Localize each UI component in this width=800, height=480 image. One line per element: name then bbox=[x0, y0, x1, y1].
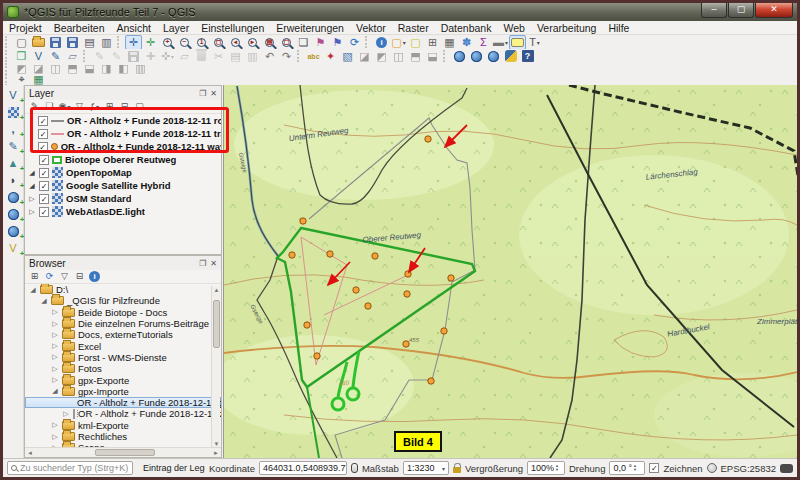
layer-item[interactable]: ▷✓OSM Standard bbox=[25, 192, 221, 205]
menu-hilfe[interactable]: Hilfe bbox=[602, 22, 635, 34]
magnifier-spinner[interactable]: ▲▼ bbox=[555, 464, 559, 472]
show-bookmarks[interactable]: ⚑ bbox=[329, 35, 346, 50]
tree-expander[interactable]: ▷ bbox=[51, 308, 59, 316]
map-canvas[interactable]: Unterm ReutwegOberer ReutwegLärchenschla… bbox=[223, 85, 797, 458]
title-bar[interactable]: *QGIS für Pilzfreunde Teil 7 - QGIS – ▢ … bbox=[3, 3, 797, 21]
tree-expander[interactable]: ◢ bbox=[51, 387, 59, 395]
magnifier-input[interactable]: 100% ▲▼ bbox=[527, 461, 565, 475]
browser-horizontal-scrollbar[interactable]: ◄ ► bbox=[25, 447, 221, 457]
menu-erweiterungen[interactable]: Erweiterungen bbox=[270, 22, 350, 34]
browser-item[interactable]: ◢_QGIS für Pilzfreunde bbox=[25, 295, 221, 306]
layer-properties[interactable]: i bbox=[87, 270, 102, 283]
select-features[interactable]: ▢▾ bbox=[390, 35, 407, 50]
new-bookmark[interactable]: ⚑ bbox=[312, 35, 329, 50]
processing-toolbox[interactable]: ✽ bbox=[458, 35, 475, 50]
coordinate-input[interactable]: 464031.0,5408939.7 bbox=[259, 461, 347, 475]
identify-features[interactable]: i bbox=[373, 35, 390, 50]
add-mesh-layer[interactable]: ▲ bbox=[5, 156, 22, 171]
layer-checkbox[interactable]: ✓ bbox=[39, 181, 49, 191]
zoom-full[interactable] bbox=[210, 35, 227, 50]
rotation-spinner[interactable]: ▲▼ bbox=[633, 464, 637, 472]
layer-checkbox[interactable]: ✓ bbox=[39, 155, 49, 165]
tree-expander[interactable]: ▷ bbox=[51, 331, 59, 339]
layer-expander[interactable]: ▷ bbox=[28, 195, 36, 203]
layer-item[interactable]: ◢✓Google Satellite Hybrid bbox=[25, 179, 221, 192]
tree-expander[interactable]: ◢ bbox=[29, 286, 37, 294]
delete-selected[interactable] bbox=[193, 49, 210, 64]
collapse-all[interactable]: ⊟ bbox=[117, 100, 132, 113]
lock-scale-icon[interactable] bbox=[453, 467, 461, 473]
rotation-input[interactable]: 0,0 ° ▲▼ bbox=[609, 461, 645, 475]
new-map-view[interactable]: ❏ bbox=[295, 35, 312, 50]
layer-item[interactable]: ✓OR - Altholz + Funde 2018-12-11 waypoin… bbox=[25, 140, 221, 153]
menu-datenbank[interactable]: Datenbank bbox=[435, 22, 498, 34]
scale-combobox[interactable]: 1:3230▾ bbox=[403, 461, 449, 475]
map-tips[interactable] bbox=[509, 35, 526, 50]
layer-checkbox[interactable]: ✓ bbox=[38, 129, 48, 139]
refresh-browser[interactable]: ⟳ bbox=[42, 270, 57, 283]
browser-item[interactable]: ▷Excel bbox=[25, 340, 221, 351]
add-vector-layer[interactable]: V bbox=[5, 88, 22, 103]
zoom-last[interactable] bbox=[227, 35, 244, 50]
crs-status[interactable]: EPSG:25832 bbox=[721, 463, 776, 474]
layer-item[interactable]: ✓OR - Altholz + Funde 2018-12-11 routes bbox=[25, 114, 221, 127]
float-panel-icon[interactable]: ❐ bbox=[199, 259, 206, 268]
refresh-map[interactable]: ⟳ bbox=[346, 35, 363, 50]
add-delimited-text-layer[interactable]: , bbox=[5, 122, 22, 137]
add-virtual-layer[interactable]: V bbox=[5, 241, 22, 256]
zoom-to-layer[interactable] bbox=[261, 35, 278, 50]
browser-item[interactable]: ▷Beide Biotope - Docs bbox=[25, 307, 221, 318]
add-wcs-layer[interactable] bbox=[5, 207, 22, 222]
project-open[interactable] bbox=[30, 35, 47, 50]
add-spatialite-layer[interactable]: ✎ bbox=[5, 139, 22, 154]
minimize-button[interactable]: – bbox=[701, 3, 727, 18]
layer-item[interactable]: ✓OR - Altholz + Funde 2018-12-11 tracks bbox=[25, 127, 221, 140]
project-save-as[interactable] bbox=[64, 35, 81, 50]
tree-expander[interactable]: ▷ bbox=[51, 353, 59, 361]
menu-bearbeiten[interactable]: Bearbeiten bbox=[48, 22, 111, 34]
browser-item[interactable]: OR - Altholz + Funde 2018-12-11.gpx bbox=[25, 397, 221, 408]
tree-expander[interactable]: ▷ bbox=[51, 376, 59, 384]
menu-verarbeitung[interactable]: Verarbeitung bbox=[531, 22, 603, 34]
menu-vektor[interactable]: Vektor bbox=[350, 22, 392, 34]
deselect-features[interactable]: ▢ bbox=[407, 35, 424, 50]
browser-item[interactable]: ▷Forst - WMS-Dienste bbox=[25, 352, 221, 363]
filter-browser[interactable]: ▽ bbox=[57, 270, 72, 283]
paste-features[interactable]: ▥ bbox=[244, 49, 261, 64]
add-raster-layer[interactable] bbox=[5, 105, 22, 120]
close-button[interactable]: ✕ bbox=[755, 3, 793, 18]
expand-all[interactable]: ⊞ bbox=[102, 100, 117, 113]
add-postgis-layer[interactable]: ◗ bbox=[5, 173, 22, 188]
help-contents[interactable]: ? bbox=[519, 49, 536, 64]
layer-diagram[interactable]: ✦ bbox=[322, 49, 339, 64]
mouse-extent-icon[interactable] bbox=[351, 463, 358, 473]
layer-checkbox[interactable]: ✓ bbox=[39, 168, 49, 178]
open-layer-styling[interactable]: ✎ bbox=[27, 100, 42, 113]
measure-line[interactable]: ▬▾ bbox=[492, 35, 509, 50]
filter-by-expression[interactable]: ƒ▾ bbox=[87, 100, 102, 113]
cut-features[interactable]: ✂ bbox=[210, 49, 227, 64]
labeling-options[interactable]: ▧ bbox=[339, 49, 356, 64]
python-console[interactable] bbox=[502, 49, 519, 64]
quickmapservices[interactable] bbox=[485, 49, 502, 64]
menu-raster[interactable]: Raster bbox=[392, 22, 435, 34]
browser-item[interactable]: ▷Docs, externeTutorials bbox=[25, 329, 221, 340]
manage-map-themes[interactable]: ◉▾ bbox=[57, 100, 72, 113]
layer-item[interactable]: ✓Biotope Oberer Reutweg bbox=[25, 153, 221, 166]
osm-place-search[interactable] bbox=[468, 49, 485, 64]
new-print-layout[interactable]: ▤ bbox=[81, 35, 98, 50]
tree-expander[interactable]: ▷ bbox=[51, 320, 59, 328]
modify-attributes[interactable]: ▱ bbox=[176, 49, 193, 64]
tree-expander[interactable]: ▷ bbox=[51, 433, 59, 441]
layer-checkbox[interactable]: ✓ bbox=[39, 207, 49, 217]
render-checkbox[interactable]: ✓ bbox=[649, 463, 659, 473]
rotate-label[interactable]: ⬒ bbox=[407, 49, 424, 64]
menu-einstellungen[interactable]: Einstellungen bbox=[195, 22, 270, 34]
layer-labeling[interactable]: abc bbox=[305, 49, 322, 64]
project-save[interactable] bbox=[47, 35, 64, 50]
move-label[interactable]: ◫ bbox=[390, 49, 407, 64]
browser-item[interactable]: ▷gpx-Exporte bbox=[25, 374, 221, 385]
browser-item[interactable]: ▷Fotos bbox=[25, 363, 221, 374]
layer-item[interactable]: ▷✓WebAtlasDE.light bbox=[25, 205, 221, 218]
close-panel-icon[interactable]: ✕ bbox=[210, 89, 217, 98]
